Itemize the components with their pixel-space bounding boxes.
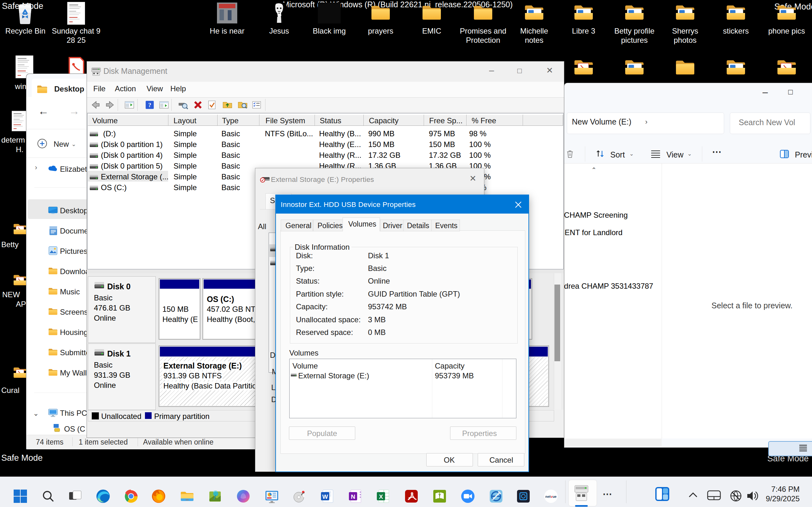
svg-text:W: W [322,493,328,500]
svg-text:X: X [379,493,383,500]
svg-text:N: N [351,493,355,500]
svg-text:netvue: netvue [545,495,556,498]
svg-text:?: ? [148,102,151,108]
